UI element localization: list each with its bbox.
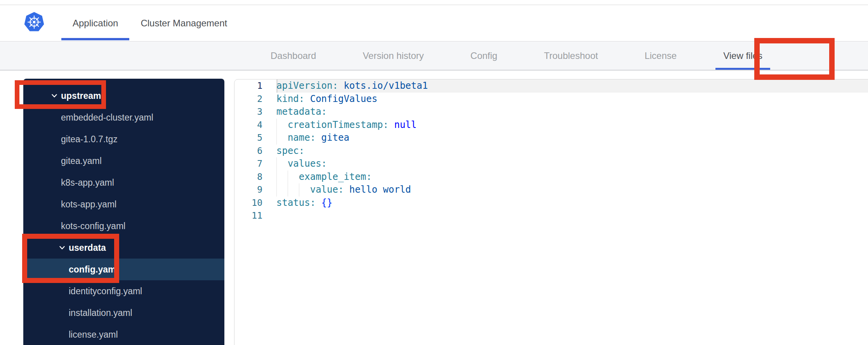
code-line-content: metadata: [276,105,868,119]
token-str: kots.io/v1beta1 [344,80,428,91]
code-line-11: 11 [234,209,868,223]
indent-guide: ​ [276,183,310,197]
tree-file-config-yaml[interactable]: config.yaml [23,259,224,280]
token-key: metadata: [276,106,327,117]
token-pl [344,184,349,195]
token-str: gitea [321,132,349,143]
code-line-10: 10status: {} [234,197,868,210]
chevron-down-icon[interactable] [51,93,57,99]
token-key: name: [288,132,316,143]
subnav-item-troubleshoot[interactable]: Troubleshoot [536,41,606,70]
top-tab-label: Application [73,18,118,29]
code-line-8: 8​example_item: [234,171,868,184]
indent-guide: ​ [276,171,299,184]
token-pl [316,132,321,143]
line-number: 11 [234,209,264,223]
token-kw: null [394,119,417,130]
file-tree-sidebar[interactable]: upstreamembedded-cluster.yamlgitea-1.0.7… [23,79,224,345]
top-tab-label: Cluster Management [141,18,227,29]
code-line-9: 9​value: hello world [234,183,868,197]
line-number: 10 [234,197,264,210]
code-line-content: ​values: [276,157,868,171]
line-number: 4 [234,119,264,132]
tree-file-license-yaml[interactable]: license.yaml [23,324,224,345]
tree-file-kots-app-yaml[interactable]: kots-app.yaml [23,193,224,215]
top-tab-application[interactable]: Application [61,5,129,41]
subnav-item-version-history[interactable]: Version history [355,41,431,70]
tree-item-label: k8s-app.yaml [61,178,114,188]
code-line-content: apiVersion: kots.io/v1beta1 [276,79,868,93]
line-number: 5 [234,131,264,145]
kubernetes-logo-icon [23,11,45,33]
line-number: 2 [234,93,264,106]
token-pl [389,119,394,130]
token-key: spec: [276,145,304,156]
code-line-2: 2kind: ConfigValues [234,93,868,106]
tree-file-k8s-app-yaml[interactable]: k8s-app.yaml [23,172,224,193]
indent-guide: ​ [276,157,288,171]
code-line-content: ​name: gitea [276,131,868,145]
line-number: 6 [234,145,264,158]
code-line-content: ​creationTimestamp: null [276,119,868,132]
subnav-item-dashboard[interactable]: Dashboard [263,41,324,70]
subnav-item-label: Troubleshoot [544,50,598,61]
code-line-7: 7​values: [234,157,868,171]
code-line-content: ​example_item: [276,171,868,184]
tree-file-gitea-1-0-7-tgz[interactable]: gitea-1.0.7.tgz [23,128,224,150]
code-line-4: 4​creationTimestamp: null [234,119,868,132]
line-number: 3 [234,105,264,119]
subnav: DashboardVersion historyConfigTroublesho… [0,41,868,71]
tree-item-label: upstream [61,91,101,101]
indent-guide: ​ [276,119,288,132]
token-pl [338,80,344,91]
tree-item-label: kots-app.yaml [61,199,116,210]
tree-folder-upstream[interactable]: upstream [23,85,224,107]
token-str: ConfigValues [310,93,377,104]
code-line-content: spec: [276,145,868,158]
code-line-3: 3metadata: [234,105,868,119]
subnav-item-label: View files [723,50,762,61]
subnav-item-label: Dashboard [271,50,316,61]
topbar: ApplicationCluster Management [0,5,868,41]
line-number: 1 [234,79,264,93]
token-key: creationTimestamp: [288,119,389,130]
code-line-content [276,209,868,223]
tree-item-label: gitea-1.0.7.tgz [61,134,118,145]
indent-guide: ​ [276,131,288,145]
subnav-item-license[interactable]: License [637,41,684,70]
token-brk: {} [321,197,333,208]
chevron-down-icon[interactable] [59,245,65,251]
subnav-item-label: License [644,50,677,61]
token-key: example_item: [299,171,372,182]
tree-item-label: config.yaml [69,264,118,275]
subnav-item-view-files[interactable]: View files [715,41,770,70]
token-pl [304,93,310,104]
tree-item-label: installation.yaml [69,308,132,318]
tree-item-label: kots-config.yaml [61,221,125,231]
line-number: 9 [234,183,264,197]
code-line-6: 6spec: [234,145,868,158]
token-str: hello world [349,184,411,195]
code-line-content: kind: ConfigValues [276,93,868,106]
subnav-item-config[interactable]: Config [463,41,505,70]
subnav-item-label: Config [470,50,497,61]
tree-item-label: identityconfig.yaml [69,286,142,297]
top-tab-cluster-management[interactable]: Cluster Management [129,5,238,41]
code-editor[interactable]: 1apiVersion: kots.io/v1beta12kind: Confi… [234,79,868,345]
tree-file-kots-config-yaml[interactable]: kots-config.yaml [23,215,224,237]
tree-item-label: gitea.yaml [61,156,102,166]
tree-folder-userdata[interactable]: userdata [23,237,224,259]
tree-file-embedded-cluster-yaml[interactable]: embedded-cluster.yaml [23,107,224,128]
tree-file-installation-yaml[interactable]: installation.yaml [23,302,224,324]
token-key: status: [276,197,316,208]
code-line-5: 5​name: gitea [234,131,868,145]
token-pl [316,197,321,208]
tree-item-label: userdata [69,243,106,253]
line-number: 8 [234,171,264,184]
tree-file-gitea-yaml[interactable]: gitea.yaml [23,150,224,172]
code-line-content: ​value: hello world [276,183,868,197]
top-tabs: ApplicationCluster Management [61,5,238,41]
tree-file-identityconfig-yaml[interactable]: identityconfig.yaml [23,280,224,302]
code-line-1: 1apiVersion: kots.io/v1beta1 [234,79,868,93]
code-line-content: status: {} [276,197,868,210]
